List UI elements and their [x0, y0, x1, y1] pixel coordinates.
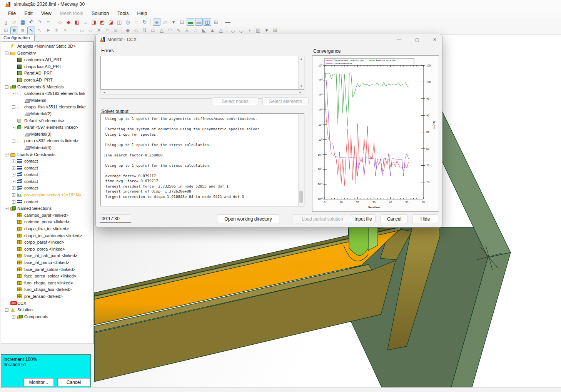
toolbar-icon-2-28[interactable]: ◡: [229, 27, 237, 34]
tree-item-pre_tensao[interactable]: pre_tensao <linked>: [1, 293, 93, 300]
toolbar-icon-1-15[interactable]: ◎: [124, 18, 132, 26]
collapse-icon[interactable]: −: [5, 153, 8, 156]
tree-item-geometry[interactable]: −Geometry: [1, 50, 93, 57]
tree-item-parafad_prt[interactable]: Paraf.AD_PRT: [1, 70, 93, 77]
toolbar-icon-2-23[interactable]: ∴: [192, 27, 199, 34]
toolbar-icon-2-7[interactable]: ✳: [61, 27, 69, 34]
tree-item-solution[interactable]: −Solution: [1, 307, 93, 314]
tree-item-material4[interactable]: Material(4): [1, 145, 93, 151]
toolbar-icon-1-8[interactable]: ◆: [65, 18, 72, 26]
toolbar-icon-2-30[interactable]: ◖: [246, 27, 254, 34]
toolbar-icon-1-24[interactable]: ▬: [195, 18, 203, 26]
toolbar-icon-2-17[interactable]: ⇅: [141, 27, 149, 34]
toolbar-icon-2-22[interactable]: ⅄: [183, 27, 191, 34]
tree-item-contact[interactable]: +contact: [1, 178, 93, 185]
toolbar-icon-1-7[interactable]: ◇: [56, 18, 64, 26]
toolbar-icon-2-11[interactable]: ✕: [95, 27, 103, 34]
expand-icon[interactable]: +: [12, 315, 15, 319]
tree-item-components[interactable]: +Components: [1, 314, 93, 321]
toolbar-icon-1-10[interactable]: □: [82, 18, 89, 26]
load-partial-solution-button[interactable]: Load partial solution: [292, 214, 353, 223]
menu-tools[interactable]: Tools: [113, 10, 133, 17]
menu-mesh-tools[interactable]: Mesh tools: [56, 10, 87, 17]
toolbar-icon-1-9[interactable]: ◧: [73, 18, 81, 26]
menu-help[interactable]: Help: [133, 10, 151, 17]
tree-item-face_paraf_soldar[interactable]: face_paraf_soldar <linked>: [1, 266, 93, 273]
collapse-icon[interactable]: −: [12, 139, 15, 143]
tree-item-carimbo_paraf[interactable]: carimbo_paraf <linked>: [1, 212, 93, 219]
tree-item-contact[interactable]: +contact: [1, 199, 93, 206]
tree-item-default[interactable]: Default <0 elements>: [1, 118, 93, 125]
toolbar-icon-2-8[interactable]: ▫: [70, 27, 77, 34]
toolbar-icon-1-13[interactable]: ◪: [107, 18, 115, 26]
expand-icon[interactable]: +: [12, 193, 15, 197]
toolbar-icon-1-0[interactable]: ▯: [2, 18, 10, 26]
tree-item-face_int_porca[interactable]: face_int_porca <linked>: [1, 259, 93, 266]
input-file-button[interactable]: Input file: [351, 214, 376, 223]
toolbar-icon-2-32[interactable]: ▾: [263, 27, 270, 34]
expand-icon[interactable]: +: [12, 186, 15, 190]
tree-item-cantoneira[interactable]: −cantoneira <25193 elements link: [1, 90, 93, 97]
tree-item-material3[interactable]: Material(3): [1, 131, 93, 138]
toolbar-icon-1-19[interactable]: ◈: [153, 18, 160, 26]
toolbar-icon-1-3[interactable]: ↶: [27, 18, 35, 26]
select-elements-button[interactable]: Select elements: [262, 97, 309, 105]
toolbar-icon-1-25[interactable]: ◫: [204, 18, 211, 26]
tree-horizontal-scrollbar[interactable]: [1, 344, 94, 349]
tree-item-porcaad_prt[interactable]: porca.AD_PRT: [1, 77, 93, 84]
tree-item-porca[interactable]: −porca <832 elements linked>: [1, 138, 93, 145]
tab-configuration[interactable]: Configuration: [1, 35, 35, 41]
select-nodes-button[interactable]: Select nodes: [212, 97, 258, 105]
tree-item-chapa_fixa_int[interactable]: chapa_fixa_int <linked>: [1, 226, 93, 233]
toolbar-icon-1-17[interactable]: ↻: [141, 18, 149, 26]
errors-hscrollbar[interactable]: ◄ ►: [100, 90, 304, 95]
toolbar-icon-2-10[interactable]: ◇: [87, 27, 94, 34]
expand-icon[interactable]: +: [12, 159, 15, 163]
tree-item-contact[interactable]: +contact: [1, 185, 93, 192]
close-icon[interactable]: ✕: [429, 36, 441, 43]
tree-item-contact[interactable]: +contact: [1, 171, 93, 178]
tree-item-cantoneiraad_prt[interactable]: cantoneira.AD_PRT: [1, 56, 93, 63]
toolbar-icon-1-12[interactable]: ◩: [99, 18, 106, 26]
toolbar-icon-2-5[interactable]: ➤: [44, 27, 52, 34]
toolbar-icon-2-29[interactable]: ◡: [237, 27, 245, 34]
expand-icon[interactable]: +: [12, 200, 15, 204]
collapse-icon[interactable]: −: [5, 207, 8, 210]
tree-item-corpo_paraf[interactable]: corpo_paraf <linked>: [1, 239, 93, 246]
toolbar-icon-2-15[interactable]: ◆: [124, 27, 132, 34]
tree-item-material2[interactable]: Material(2): [1, 111, 93, 118]
toolbar-icon-1-11[interactable]: ◨: [90, 18, 98, 26]
toolbar-icon-2-13[interactable]: ≣: [112, 27, 120, 34]
toolbar-icon-1-28[interactable]: —: [224, 18, 232, 26]
maximize-icon[interactable]: ▢: [411, 36, 423, 43]
toolbar-icon-1-23[interactable]: ▬: [187, 18, 194, 26]
errors-vscrollbar[interactable]: ▲ ▼: [298, 56, 304, 89]
expand-icon[interactable]: +: [12, 173, 15, 176]
tree-item-chapa_int_cantoneira[interactable]: chapa_int_cantoneira <linked>: [1, 233, 93, 239]
toolbar-icon-1-4[interactable]: ↷: [36, 18, 43, 26]
tree-item-corpo_porca[interactable]: corpo_porca <linked>: [1, 246, 93, 253]
toolbar-icon-1-5[interactable]: =: [44, 18, 52, 26]
toolbar-icon-1-14[interactable]: ◫: [115, 18, 123, 26]
toolbar-icon-1-16[interactable]: ∷: [132, 18, 140, 26]
toolbar-icon-2-31[interactable]: ▥: [254, 27, 262, 34]
menu-edit[interactable]: Edit: [20, 10, 37, 17]
toolbar-icon-2-12[interactable]: ⌗: [104, 27, 111, 34]
tree-item-chapa_fixa[interactable]: −chapa_fixa <3511 elements linke: [1, 104, 93, 111]
toolbar-icon-1-2[interactable]: ▦: [19, 18, 27, 26]
solver-output-textarea[interactable]: Using up to 1 cpu(s) for the asymmetric …: [100, 113, 304, 206]
collapse-icon[interactable]: −: [5, 85, 8, 89]
toolbar-icon-2-21[interactable]: ∿: [175, 27, 182, 34]
hide-button[interactable]: Hide: [412, 214, 438, 223]
toolbar-icon-1-20[interactable]: ▱: [161, 18, 169, 26]
tree-item-paraf[interactable]: −Paraf <597 elements linked>: [1, 124, 93, 131]
toolbar-icon-1-1[interactable]: ▱: [10, 18, 18, 26]
solver-vscrollbar[interactable]: [298, 114, 304, 206]
toolbar-icon-2-0[interactable]: ⊡: [2, 27, 10, 34]
tree-item-furo_chapa_cant[interactable]: furo_chapa_cant <linked>: [1, 280, 93, 287]
toolbar-icon-1-21[interactable]: ▾: [170, 18, 177, 26]
menu-view[interactable]: View: [37, 10, 56, 17]
tree-item-carimbo_porca[interactable]: carimbo_porca <linked>: [1, 219, 93, 226]
tree-item-furo_chapa_fixa[interactable]: furo_chapa_fixa <linked>: [1, 286, 93, 293]
cancel-button[interactable]: Cancel: [381, 214, 408, 223]
